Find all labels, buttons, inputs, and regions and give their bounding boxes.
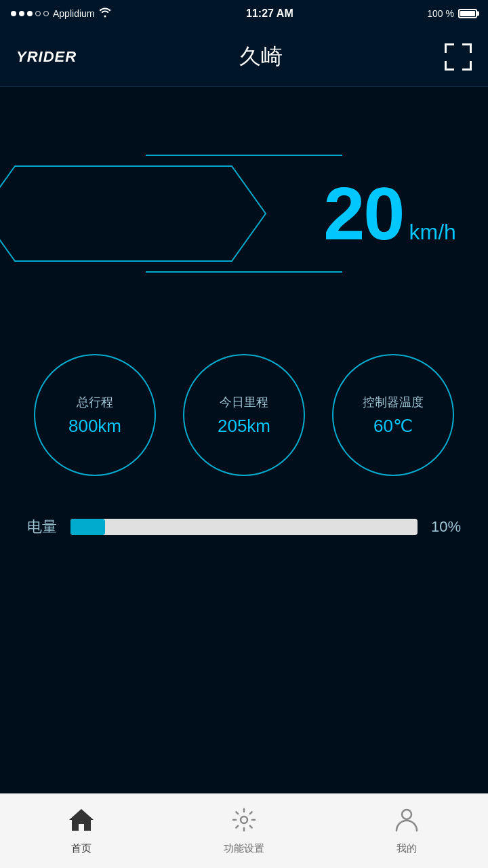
signal-dot-4: [35, 11, 41, 16]
speed-bottom-line: [146, 271, 342, 273]
corner-tl: [445, 43, 454, 53]
app-logo: YRIDER: [16, 48, 77, 66]
stat-label-temp: 控制器温度: [363, 394, 424, 410]
battery-section: 电量 10%: [0, 517, 488, 537]
stat-circle-temp: 控制器温度 60℃: [332, 354, 454, 476]
stat-circle-total: 总行程 800km: [34, 354, 156, 476]
signal-dot-3: [27, 11, 33, 16]
corner-tr: [462, 43, 472, 53]
speed-unit: km/h: [409, 220, 456, 245]
fullscreen-button[interactable]: [445, 43, 472, 71]
stat-value-temp: 60℃: [373, 416, 413, 437]
wifi-icon: [98, 7, 112, 20]
nav-item-profile[interactable]: 我的: [325, 794, 488, 868]
speed-number: 20: [323, 176, 403, 251]
corner-bl: [445, 61, 454, 71]
stat-circle-today: 今日里程 205km: [183, 354, 305, 476]
battery-bar-container: [70, 519, 418, 535]
stat-value-today: 205km: [218, 416, 270, 437]
signal-dot-2: [19, 11, 24, 16]
hex-shape: 20 km/h: [0, 156, 488, 271]
status-time: 11:27 AM: [246, 7, 293, 20]
app-header: YRIDER 久崎: [0, 27, 488, 87]
home-icon: [68, 808, 95, 838]
status-bar: Applidium 11:27 AM 100 %: [0, 0, 488, 27]
svg-marker-0: [0, 166, 266, 261]
battery-body-icon: [458, 9, 477, 18]
battery-label: 电量: [27, 517, 57, 537]
speedometer-container: 20 km/h: [0, 155, 488, 273]
hex-outline: [0, 159, 269, 268]
bottom-nav: 首页 功能设置 我的: [0, 793, 488, 868]
nav-label-home: 首页: [71, 842, 92, 855]
gear-icon: [232, 808, 256, 838]
svg-point-1: [241, 816, 247, 823]
nav-item-settings[interactable]: 功能设置: [163, 794, 325, 868]
signal-dot-5: [43, 11, 49, 16]
brand-title: 久崎: [239, 42, 283, 72]
nav-item-home[interactable]: 首页: [0, 794, 163, 868]
stat-label-today: 今日里程: [220, 394, 268, 410]
stats-section: 总行程 800km 今日里程 205km 控制器温度 60℃: [0, 354, 488, 476]
battery-percent-status: 100 %: [427, 8, 454, 19]
stat-label-total: 总行程: [77, 394, 113, 410]
battery-fill-icon: [460, 11, 475, 16]
status-right: 100 %: [427, 8, 477, 19]
speed-display: 20 km/h: [269, 156, 488, 271]
battery-percent-text: 10%: [431, 518, 461, 536]
carrier-name: Applidium: [53, 8, 94, 19]
signal-dots: [11, 11, 49, 16]
nav-label-profile: 我的: [396, 842, 417, 855]
svg-point-2: [402, 810, 411, 819]
status-left: Applidium: [11, 7, 112, 20]
nav-label-settings: 功能设置: [224, 842, 264, 855]
speedometer-section: 20 km/h: [0, 155, 488, 273]
main-content: 20 km/h 总行程 800km 今日里程 205km 控制器温度 60℃ 电…: [0, 87, 488, 793]
signal-dot-1: [11, 11, 16, 16]
corner-br: [462, 61, 472, 71]
battery-bar-fill: [70, 519, 105, 535]
stat-value-total: 800km: [68, 416, 121, 437]
person-icon: [395, 808, 418, 838]
